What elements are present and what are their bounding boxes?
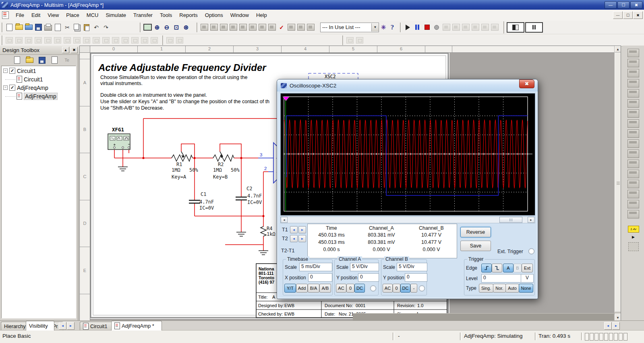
- show-hierarchy-icon[interactable]: [200, 23, 209, 31]
- spreadsheet-view-icon[interactable]: [229, 23, 238, 31]
- channel-a-0-button[interactable]: 0: [346, 284, 354, 293]
- channel-a-radio[interactable]: [370, 285, 376, 291]
- menu-help[interactable]: Help: [253, 11, 271, 19]
- scroll-thumb[interactable]: [615, 52, 621, 312]
- sheet-tab-right-icon[interactable]: ►: [612, 322, 620, 330]
- new-sheet-icon[interactable]: [12, 56, 21, 64]
- tree-label[interactable]: Circuit1: [17, 68, 36, 74]
- source-icon[interactable]: [14, 36, 23, 44]
- run-switch-icon[interactable]: [507, 22, 524, 33]
- ext-trigger-radio[interactable]: [528, 248, 534, 254]
- mcu-module-icon[interactable]: [150, 36, 159, 44]
- print-icon[interactable]: [43, 23, 52, 31]
- create-component-icon[interactable]: [248, 23, 257, 31]
- zoom-in-icon[interactable]: ⊕: [153, 23, 162, 31]
- basic-icon[interactable]: [24, 36, 33, 44]
- ground-icon[interactable]: [5, 36, 14, 44]
- redo-icon[interactable]: ↷: [101, 23, 110, 31]
- expander-icon[interactable]: −: [3, 85, 8, 90]
- mixed-icon[interactable]: [92, 36, 101, 44]
- expander-icon[interactable]: −: [3, 69, 8, 73]
- trigger-level-unit[interactable]: V: [521, 274, 534, 283]
- text-tool-icon[interactable]: Te: [62, 56, 71, 64]
- menu-tools[interactable]: Tools: [156, 11, 176, 19]
- oscilloscope-dialog[interactable]: Oscilloscope-XSC2 ✖ ◄ ► T1 ◄ ► T2 ◄ ► T2…: [277, 79, 538, 299]
- channel-b-y-input[interactable]: 0: [405, 273, 427, 282]
- menu-view[interactable]: View: [44, 11, 62, 19]
- scroll-thumb[interactable]: [499, 217, 522, 223]
- checkbox-icon[interactable]: ✓: [9, 68, 15, 74]
- cut-icon[interactable]: ✂: [63, 23, 72, 31]
- close-sheet-icon[interactable]: [50, 56, 59, 64]
- spectrum-analyzer-icon[interactable]: [627, 170, 639, 178]
- zoom-out-icon[interactable]: ⊖: [162, 23, 171, 31]
- current-clamp-icon[interactable]: [628, 242, 639, 251]
- panel-close-icon[interactable]: ✖: [70, 47, 78, 53]
- oscilloscope-scrollbar[interactable]: ◄ ►: [280, 216, 535, 223]
- menu-transfer[interactable]: Transfer: [130, 11, 156, 19]
- add-button[interactable]: Add: [296, 284, 308, 293]
- restore-icon[interactable]: ☐: [617, 1, 630, 9]
- ttl-icon[interactable]: [63, 36, 72, 44]
- channel-a-dc-button[interactable]: DC: [354, 284, 365, 293]
- dtb-tab-left-icon[interactable]: ◄: [59, 322, 66, 330]
- open-design-icon[interactable]: [25, 56, 34, 64]
- toggle-full-screen-icon[interactable]: [143, 23, 152, 31]
- step-into-icon[interactable]: [442, 23, 451, 31]
- channel-b-0-button[interactable]: 0: [393, 284, 400, 293]
- word-generator-icon[interactable]: [627, 119, 639, 128]
- rf-icon[interactable]: [130, 36, 139, 44]
- four-channel-oscilloscope-icon[interactable]: [627, 89, 639, 98]
- ladder-segments-icon[interactable]: [355, 36, 364, 44]
- document-icon[interactable]: [2, 11, 9, 19]
- postprocessor-icon[interactable]: [267, 23, 276, 31]
- menu-simulate[interactable]: Simulate: [102, 11, 130, 19]
- scroll-up-icon[interactable]: ▲: [615, 46, 621, 52]
- place-hierarchical-icon[interactable]: [166, 36, 174, 44]
- channel-a-y-input[interactable]: 0: [358, 273, 379, 282]
- oscilloscope-title-bar[interactable]: Oscilloscope-XSC2: [277, 79, 538, 91]
- toggle-grid-icon[interactable]: [209, 23, 218, 31]
- x-position-input[interactable]: 0: [308, 273, 332, 282]
- combo-dropdown-icon[interactable]: ▼: [371, 23, 379, 31]
- timebase-scale-input[interactable]: 5 ms/Div: [299, 263, 332, 271]
- trigger-b-button[interactable]: B: [514, 264, 522, 272]
- trigger-sing-button[interactable]: Sing.: [479, 284, 493, 293]
- vertical-scrollbar[interactable]: ▲ ▼: [614, 46, 621, 321]
- trigger-level-input[interactable]: 0: [481, 274, 522, 283]
- misc-icon[interactable]: [111, 36, 120, 44]
- save-icon[interactable]: [34, 23, 43, 31]
- frequency-counter-icon[interactable]: [627, 109, 639, 118]
- measurement-probe-icon[interactable]: 1.4v: [628, 226, 639, 233]
- help-icon[interactable]: ?: [388, 23, 397, 31]
- t1-right-icon[interactable]: ►: [298, 226, 306, 233]
- wattmeter-icon[interactable]: [627, 69, 639, 77]
- horizontal-scrollbar[interactable]: [353, 313, 614, 320]
- edge-falling-icon[interactable]: [492, 264, 502, 272]
- multimeter-icon[interactable]: [627, 49, 639, 57]
- forward-annotate-icon[interactable]: [306, 23, 315, 31]
- trigger-auto-button[interactable]: Auto: [505, 284, 519, 293]
- bus-icon[interactable]: [175, 36, 184, 44]
- analog-icon[interactable]: [53, 36, 62, 44]
- ab-button[interactable]: A/B: [319, 284, 331, 293]
- agilent-multimeter-icon[interactable]: [627, 200, 639, 208]
- electromechanical-icon[interactable]: [140, 36, 149, 44]
- oscilloscope-icon[interactable]: [627, 79, 639, 87]
- save-design-icon[interactable]: [37, 56, 46, 64]
- trigger-ext-button[interactable]: Ext: [522, 264, 533, 272]
- mdi-close-icon[interactable]: ✖: [633, 11, 643, 19]
- scroll-down-icon[interactable]: ▼: [615, 314, 621, 321]
- database-manager-icon[interactable]: [238, 23, 247, 31]
- channel-a-ac-button[interactable]: AC: [336, 284, 346, 293]
- mdi-restore-icon[interactable]: ☐: [623, 11, 633, 19]
- region-capture-icon[interactable]: [287, 23, 296, 31]
- advanced-peripherals-icon[interactable]: [121, 36, 130, 44]
- reverse-button[interactable]: Reverse: [460, 227, 491, 237]
- run-to-cursor-icon[interactable]: [471, 23, 480, 31]
- menu-options[interactable]: Options: [201, 11, 227, 19]
- checkbox-icon[interactable]: ✓: [9, 85, 15, 91]
- iv-analyzer-icon[interactable]: [627, 150, 639, 158]
- grapher-icon[interactable]: [258, 23, 267, 31]
- zoom-fit-icon[interactable]: ⊛: [182, 23, 191, 31]
